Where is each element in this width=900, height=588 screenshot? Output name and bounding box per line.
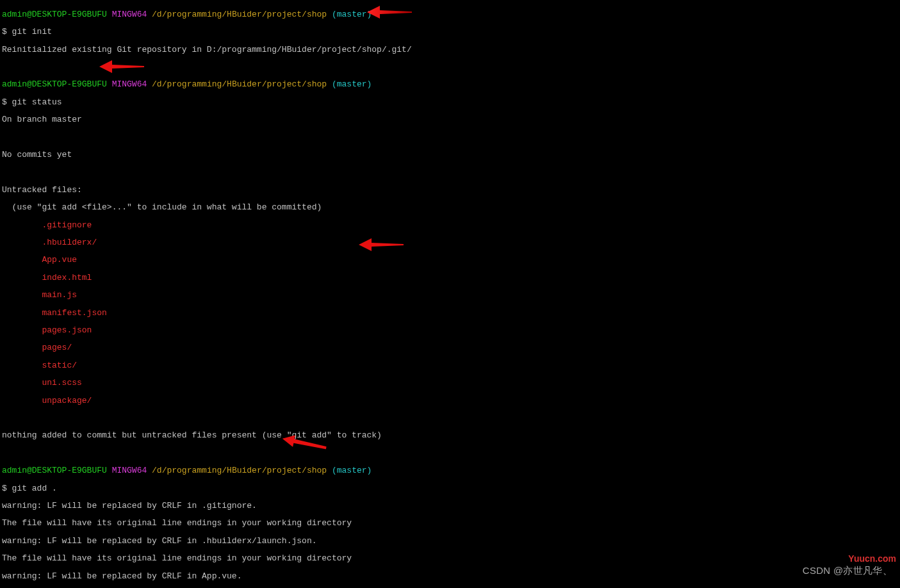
cmd-git-status: git status xyxy=(12,97,62,107)
output-line: (use "git add <file>..." to include in w… xyxy=(2,203,898,212)
untracked-file: App.vue xyxy=(2,256,898,265)
output-line: warning: LF will be replaced by CRLF in … xyxy=(2,502,898,510)
untracked-file: .hbuilderx/ xyxy=(2,238,898,247)
output-line: No commits yet xyxy=(2,151,898,159)
cmd-line: $ git init xyxy=(2,28,898,37)
blank-line xyxy=(2,414,898,423)
prompt-shell: MINGW64 xyxy=(112,10,147,19)
prompt-path: /d/programming/HBuider/project/shop xyxy=(152,10,327,19)
untracked-file: main.js xyxy=(2,291,898,300)
prompt-line: admin@DESKTOP-E9GBUFU MINGW64 /d/program… xyxy=(2,80,898,89)
watermark-csdn: CSDN @亦世凡华、 xyxy=(803,566,892,575)
blank-line xyxy=(2,63,898,72)
untracked-file: pages.json xyxy=(2,326,898,335)
untracked-file: pages/ xyxy=(2,343,898,352)
cmd-git-init: git init xyxy=(12,27,52,37)
prompt-line: admin@DESKTOP-E9GBUFU MINGW64 /d/program… xyxy=(2,466,898,475)
output-line: The file will have its original line end… xyxy=(2,554,898,563)
cmd-line: $ git status xyxy=(2,98,898,107)
output-line: The file will have its original line end… xyxy=(2,519,898,528)
output-line: warning: LF will be replaced by CRLF in … xyxy=(2,572,898,581)
blank-line xyxy=(2,449,898,458)
output-line: warning: LF will be replaced by CRLF in … xyxy=(2,537,898,546)
cmd-git-add: git add . xyxy=(12,484,57,493)
prompt-branch: (master) xyxy=(332,10,372,19)
untracked-file: manifest.json xyxy=(2,309,898,318)
output-line: Reinitialized existing Git repository in… xyxy=(2,45,898,54)
untracked-file: uni.scss xyxy=(2,379,898,388)
output-line: On branch master xyxy=(2,115,898,124)
untracked-file: .gitignore xyxy=(2,221,898,230)
prompt-user: admin@DESKTOP-E9GBUFU xyxy=(2,10,107,19)
untracked-file: unpackage/ xyxy=(2,396,898,405)
watermark-yuucn: Yuucn.com xyxy=(848,555,896,564)
output-line: nothing added to commit but untracked fi… xyxy=(2,431,898,440)
blank-line xyxy=(2,133,898,142)
prompt-line: admin@DESKTOP-E9GBUFU MINGW64 /d/program… xyxy=(2,10,898,19)
cmd-line: $ git add . xyxy=(2,484,898,493)
output-line: Untracked files: xyxy=(2,186,898,195)
untracked-file: static/ xyxy=(2,361,898,370)
blank-line xyxy=(2,168,898,177)
untracked-file: index.html xyxy=(2,274,898,282)
terminal[interactable]: admin@DESKTOP-E9GBUFU MINGW64 /d/program… xyxy=(0,0,900,588)
